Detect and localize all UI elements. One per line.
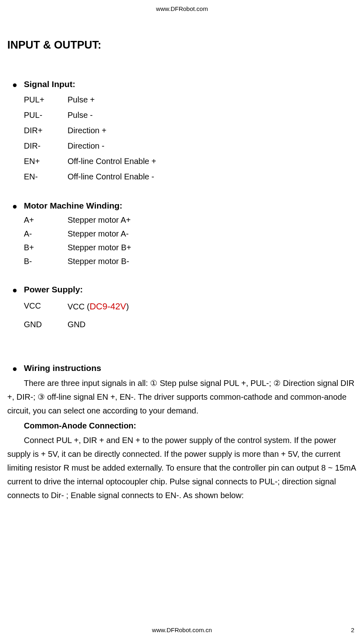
pin-row: PUL- Pulse - xyxy=(24,107,357,123)
pin-label: DIR- xyxy=(24,138,68,153)
pin-label: PUL- xyxy=(24,107,68,123)
pin-desc: Off-line Control Enable - xyxy=(68,169,357,184)
pin-label: VCC xyxy=(24,297,68,316)
pin-label: PUL+ xyxy=(24,92,68,107)
pin-row: DIR+ Direction + xyxy=(24,123,357,138)
pin-row: VCC VCC (DC9-42V) xyxy=(24,297,357,316)
bullet-icon xyxy=(13,367,17,371)
voltage-spec: DC9-42V xyxy=(89,301,126,311)
section-motor-winding: Motor Machine Winding: A+ Stepper motor … xyxy=(7,199,357,268)
pin-label: GND xyxy=(24,316,68,333)
bullet-icon xyxy=(13,83,17,87)
bullet-icon xyxy=(13,289,17,292)
section-title-power-supply: Power Supply: xyxy=(24,283,83,296)
section-title-wiring: Wiring instructions xyxy=(24,361,101,375)
header-url: www.DFRobot.com xyxy=(7,0,357,14)
pin-label: A- xyxy=(24,227,68,241)
pin-row: PUL+ Pulse + xyxy=(24,92,357,107)
pin-row: EN+ Off-line Control Enable + xyxy=(24,153,357,169)
pin-desc: Stepper motor B- xyxy=(68,254,357,268)
bullet-icon xyxy=(13,205,17,209)
wiring-intro-text: There are three input signals in all: ① … xyxy=(7,376,357,418)
pin-desc: Direction + xyxy=(68,123,357,138)
pin-label: EN+ xyxy=(24,153,68,169)
pin-desc: Pulse + xyxy=(68,92,357,107)
pin-desc: Stepper motor A- xyxy=(68,227,357,241)
pin-desc: VCC (DC9-42V) xyxy=(68,297,357,316)
pin-row: B- Stepper motor B- xyxy=(24,254,357,268)
pin-desc: Off-line Control Enable + xyxy=(68,153,357,169)
section-title-signal-input: Signal Input: xyxy=(24,77,75,91)
pin-label: EN- xyxy=(24,169,68,184)
pin-desc: Pulse - xyxy=(68,107,357,123)
common-anode-heading: Common-Anode Connection: xyxy=(24,419,357,432)
pin-desc: Stepper motor B+ xyxy=(68,241,357,254)
pin-label: B+ xyxy=(24,241,68,254)
common-anode-body: Connect PUL +, DIR + and EN + to the pow… xyxy=(7,433,357,502)
footer-url: www.DFRobot.com.cn xyxy=(152,625,212,635)
pin-desc: Direction - xyxy=(68,138,357,153)
section-title-motor-winding: Motor Machine Winding: xyxy=(24,199,123,213)
section-wiring: Wiring instructions There are three inpu… xyxy=(7,361,357,502)
pin-label: A+ xyxy=(24,213,68,227)
pin-row: EN- Off-line Control Enable - xyxy=(24,169,357,184)
pin-row: GND GND xyxy=(24,316,357,333)
page-title: INPUT & OUTPUT: xyxy=(7,36,357,54)
pin-label: DIR+ xyxy=(24,123,68,138)
footer-page-number: 2 xyxy=(351,625,354,635)
pin-label: B- xyxy=(24,254,68,268)
pin-desc: Stepper motor A+ xyxy=(68,213,357,227)
pin-desc: GND xyxy=(68,316,357,333)
pin-row: B+ Stepper motor B+ xyxy=(24,241,357,254)
section-power-supply: Power Supply: VCC VCC (DC9-42V) GND GND xyxy=(7,283,357,333)
section-signal-input: Signal Input: PUL+ Pulse + PUL- Pulse - … xyxy=(7,77,357,184)
pin-row: A- Stepper motor A- xyxy=(24,227,357,241)
pin-row: A+ Stepper motor A+ xyxy=(24,213,357,227)
pin-row: DIR- Direction - xyxy=(24,138,357,153)
